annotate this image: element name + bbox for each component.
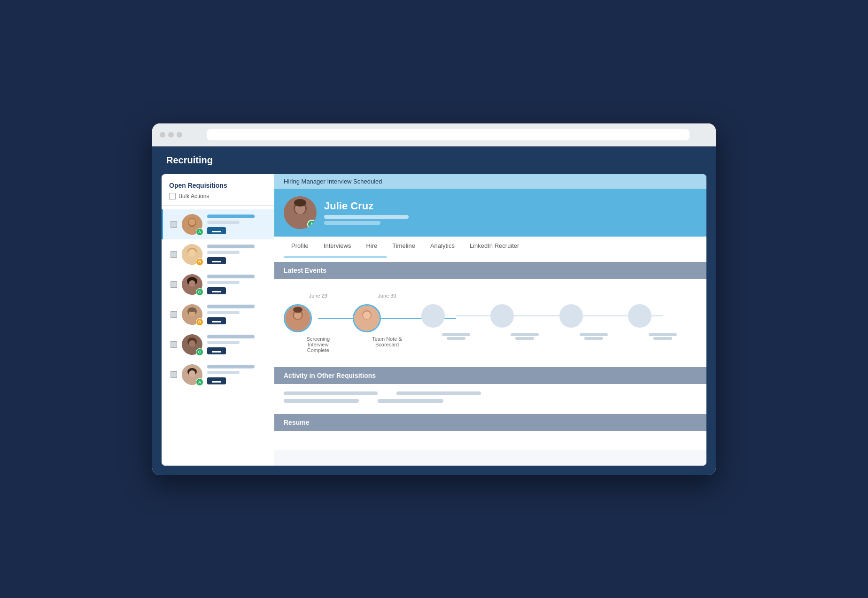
avatar-wrap: A (182, 214, 202, 235)
svg-point-16 (188, 307, 196, 312)
select-box[interactable] (170, 341, 177, 348)
svg-point-29 (294, 199, 306, 207)
main-content: Hiring Manager Interview Scheduled A (274, 174, 706, 466)
candidate-item[interactable]: B ▬▬ (162, 239, 274, 269)
timeline-item (490, 293, 559, 340)
tab-analytics[interactable]: Analytics (423, 237, 462, 256)
avatar-badge: A (196, 378, 203, 386)
timeline-item (628, 293, 697, 340)
activity-bar (396, 391, 481, 395)
app-body: Open Requisitions Bulk Actions (162, 174, 706, 466)
content-area: Latest Events June 29 (274, 262, 706, 466)
select-box[interactable] (170, 281, 177, 288)
status-text: Hiring Manager Interview Scheduled (284, 178, 382, 185)
avatar-badge: B (196, 258, 203, 266)
resume-title: Resume (284, 419, 309, 426)
tab-timeline[interactable]: Timeline (385, 237, 423, 256)
profile-info: Julie Cruz (324, 200, 409, 225)
avatar-badge: C (196, 348, 203, 356)
app-title: Recruiting (166, 155, 213, 165)
svg-point-32 (288, 319, 307, 332)
avatar-wrap: C (182, 274, 202, 295)
candidate-item[interactable]: C ▬▬ (162, 269, 274, 299)
cand-role-bar (207, 251, 240, 254)
timeline-node[interactable] (284, 304, 312, 332)
cand-tag: ▬▬ (207, 287, 226, 294)
bulk-checkbox[interactable] (169, 193, 176, 199)
timeline-label (511, 331, 539, 340)
cand-role-bar (207, 311, 240, 314)
timeline-node[interactable] (353, 304, 381, 332)
sidebar: Open Requisitions Bulk Actions (162, 174, 274, 466)
svg-point-37 (357, 319, 376, 332)
activity-bar (378, 399, 443, 403)
candidate-item[interactable]: A ▬▬ (162, 209, 274, 239)
candidate-info: ▬▬ (207, 305, 266, 324)
candidate-item[interactable]: A ▬▬ (162, 360, 274, 390)
avatar-wrap: A (182, 364, 202, 385)
candidate-info: ▬▬ (207, 215, 266, 234)
timeline-item (559, 293, 628, 340)
activity-header: Activity in Other Requisitions (274, 367, 706, 384)
latest-events-header: Latest Events (274, 262, 706, 279)
sidebar-header: Open Requisitions Bulk Actions (162, 182, 274, 206)
cand-name-bar (207, 245, 255, 248)
tab-underline (284, 256, 387, 258)
avatar-badge: C (196, 288, 203, 296)
profile-name: Julie Cruz (324, 200, 409, 212)
select-box[interactable] (170, 251, 177, 258)
activity-row (284, 391, 697, 395)
profile-avatar: A (284, 196, 317, 229)
candidate-info: ▬▬ (207, 365, 266, 384)
cand-tag: ▬▬ (207, 317, 226, 324)
candidate-info: ▬▬ (207, 245, 266, 264)
select-box[interactable] (170, 311, 177, 318)
profile-bar1 (324, 215, 409, 219)
activity-content (274, 384, 706, 414)
svg-point-7 (188, 249, 196, 257)
timeline-track: June 29 (284, 288, 697, 358)
tab-profile[interactable]: Profile (284, 237, 316, 256)
dot-red (160, 132, 165, 138)
app-container: Recruiting Open Requisitions Bulk Action… (152, 146, 716, 475)
cand-tag: ▬▬ (207, 257, 226, 264)
timeline-label: Team Note & Scorecard (368, 336, 406, 347)
profile-bar2 (324, 221, 380, 225)
dot-green (177, 132, 182, 138)
candidate-profile: A Julie Cruz (274, 189, 706, 237)
dot-yellow (168, 132, 174, 138)
cand-name-bar (207, 305, 255, 308)
cand-tag: ▬▬ (207, 377, 226, 384)
cand-role-bar (207, 221, 240, 224)
nav-tabs: Profile Interviews Hire Timeline Analyti… (274, 237, 706, 256)
timeline-item: June 29 (284, 293, 353, 353)
timeline-label: Screening Interview Complete (299, 336, 337, 353)
resume-content (274, 431, 706, 450)
tab-interviews[interactable]: Interviews (316, 237, 359, 256)
select-box[interactable] (170, 371, 177, 378)
activity-title: Activity in Other Requisitions (284, 372, 376, 379)
sidebar-title: Open Requisitions (169, 182, 266, 189)
timeline-label (442, 331, 470, 340)
browser-window: Recruiting Open Requisitions Bulk Action… (152, 123, 716, 475)
browser-dots (160, 132, 182, 138)
activity-bar (284, 399, 359, 403)
select-box[interactable] (170, 221, 177, 228)
cand-name-bar (207, 335, 255, 338)
svg-point-34 (293, 307, 302, 313)
resume-header: Resume (274, 414, 706, 431)
tab-hire[interactable]: Hire (358, 237, 385, 256)
candidate-item[interactable]: B ▬▬ (162, 299, 274, 330)
svg-point-20 (189, 340, 195, 347)
timeline-node-empty (490, 304, 514, 328)
timeline-date: June 30 (378, 293, 396, 300)
timeline-label (580, 331, 608, 340)
bulk-actions[interactable]: Bulk Actions (169, 193, 266, 199)
candidate-item[interactable]: C ▬▬ (162, 330, 274, 360)
cand-role-bar (207, 341, 240, 344)
tab-linkedin-recruiter[interactable]: LinkedIn Recruiter (462, 237, 527, 256)
browser-address-bar[interactable] (207, 129, 690, 140)
cand-name-bar (207, 275, 255, 278)
timeline-item (421, 293, 490, 340)
avatar-wrap: B (182, 304, 202, 325)
